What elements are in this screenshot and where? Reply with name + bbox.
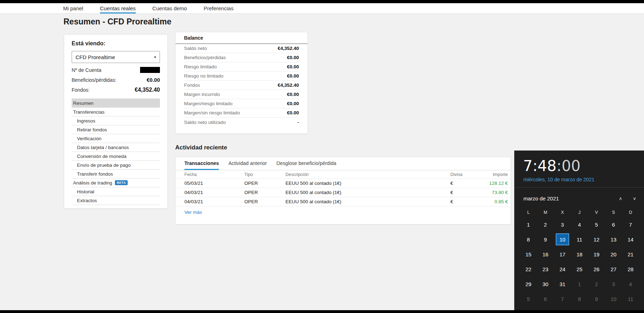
calendar-day-2-next[interactable]: 2 [588,277,605,291]
calendar-day-16[interactable]: 16 [537,247,554,262]
activity-tabs: TransaccionesActividad anteriorDesglose … [176,157,511,170]
cell-importe: 0.85 € [486,199,508,204]
day-number: 8 [522,233,535,245]
dow-l: L [520,210,537,215]
calendar-day-31[interactable]: 31 [554,277,571,291]
day-number: 8 [573,293,586,305]
calendar-day-7[interactable]: 7 [622,217,639,232]
calendar-day-10[interactable]: 10 [554,232,571,247]
chevron-down-icon[interactable]: ∨ [633,196,636,201]
calendar-day-14[interactable]: 14 [622,232,639,247]
calendar-day-5-next[interactable]: 5 [520,291,537,306]
calendar-day-6[interactable]: 6 [605,217,622,232]
calendar-day-8-next[interactable]: 8 [571,291,588,306]
calendar-day-23[interactable]: 23 [537,262,554,277]
table-row[interactable]: 04/03/21OPEREEUU 500 al contado (1€)€0.8… [176,197,511,206]
calendar-day-18[interactable]: 18 [571,247,588,262]
account-panel: Está viendo: CFD Prorealtime ▾ Nº de Cue… [64,34,168,209]
calendar-day-28[interactable]: 28 [622,262,639,277]
day-number: 24 [556,263,569,275]
cell-tipo: OPER [244,199,285,204]
calendar-day-17[interactable]: 17 [554,247,571,262]
calendar-day-9[interactable]: 9 [537,232,554,247]
calendar-day-9-next[interactable]: 9 [588,291,605,306]
calendar-day-20[interactable]: 20 [605,247,622,262]
calendar-day-12[interactable]: 12 [588,232,605,247]
calendar-month-label[interactable]: marzo de 2021 [523,195,608,201]
calendar-day-10-next[interactable]: 10 [605,291,622,306]
cell-divisa: € [450,190,486,195]
sidebar-item-retirar-fondos[interactable]: Retirar fondos [72,125,160,134]
nav-item-preferencias[interactable]: Preferencias [204,3,233,13]
sidebar-item-transferencias[interactable]: Transferencias [72,108,160,116]
sidebar-item-resumen[interactable]: Resumen [72,99,160,108]
balance-panel-title: Balance [176,32,307,44]
calendar-day-15[interactable]: 15 [520,247,537,262]
sidebar-item-transferir-fondos[interactable]: Transferir fondos [72,170,160,178]
chevron-up-icon[interactable]: ∧ [619,196,622,201]
day-number: 10 [607,293,620,305]
balance-label: Saldo neto [184,46,207,51]
balance-label: Beneficios/pérdidas [184,55,226,60]
clock-time: 7:48:00 [523,158,644,174]
balance-value: €4,352.40 [278,46,299,51]
sidebar-item-label: Verificación [77,136,101,141]
day-number: 30 [539,278,552,290]
sidebar-item-datos-tarjeta-bancarios[interactable]: Datos tarjeta / bancarios [72,143,160,152]
day-number: 12 [590,233,603,245]
sidebar-item-extractos[interactable]: Extractos [72,196,160,205]
sidebar-item-analisis-de-trading[interactable]: Análisis de tradingBETA [72,178,160,187]
day-number: 17 [556,248,569,260]
table-row[interactable]: 05/03/21OPEREEUU 500 al contado (1€)€128… [176,179,511,188]
sidebar-item-historial[interactable]: Historial [72,187,160,196]
calendar-day-5[interactable]: 5 [588,217,605,232]
calendar-day-19[interactable]: 19 [588,247,605,262]
cell-divisa: € [450,181,486,186]
calendar-grid: 1234567891011121314151617181920212223242… [520,217,644,306]
sidebar-item-verificacion[interactable]: Verificación [72,134,160,143]
clock-date[interactable]: miércoles, 10 de marzo de 2021 [523,177,644,182]
dow-x: X [554,210,571,215]
calendar-day-4[interactable]: 4 [571,217,588,232]
calendar-day-24[interactable]: 24 [554,262,571,277]
calendar-day-3[interactable]: 3 [554,217,571,232]
calendar-day-3-next[interactable]: 3 [605,277,622,291]
sidebar-item-envio-de-prueba-de-pago[interactable]: Envío de prueba de pago [72,161,160,170]
calendar-day-11[interactable]: 11 [571,232,588,247]
calendar-day-2[interactable]: 2 [537,217,554,232]
account-select[interactable]: CFD Prorealtime ▾ [72,51,160,63]
tab-desglose-beneficio-perdida[interactable]: Desglose beneficio/pérdida [276,157,336,170]
calendar-day-21[interactable]: 21 [622,247,639,262]
calendar-day-11-next[interactable]: 11 [622,291,639,306]
calendar-day-26[interactable]: 26 [588,262,605,277]
activity-panel: TransaccionesActividad anteriorDesglose … [175,157,511,224]
col-header-divisa: Divisa [450,172,486,177]
tab-transacciones[interactable]: Transacciones [184,157,219,170]
ver-mas-link[interactable]: Ver más [184,210,202,215]
nav-item-cuentas-demo[interactable]: Cuentas demo [152,3,187,13]
sidebar-item-label: Retirar fondos [77,127,107,132]
calendar-day-6-next[interactable]: 6 [537,291,554,306]
table-row[interactable]: 04/03/21OPEREEUU 500 al contado (1€)€73.… [176,188,511,197]
calendar-day-1[interactable]: 1 [520,217,537,232]
balance-label: Saldo neto utilizado [184,120,226,125]
nav-item-cuentas-reales[interactable]: Cuentas reales [100,3,136,13]
calendar-day-25[interactable]: 25 [571,262,588,277]
calendar-day-1-next[interactable]: 1 [571,277,588,291]
dow-v: V [588,210,605,215]
balance-row-margen-incurrido: Margen incurrido€0.00 [184,90,299,99]
calendar-day-4-next[interactable]: 4 [622,277,639,291]
sidebar-item-ingresos[interactable]: Ingresos [72,116,160,125]
calendar-day-13[interactable]: 13 [605,232,622,247]
calendar-day-22[interactable]: 22 [520,262,537,277]
calendar-day-30[interactable]: 30 [537,277,554,291]
calendar-day-27[interactable]: 27 [605,262,622,277]
calendar-day-29[interactable]: 29 [520,277,537,291]
tab-actividad-anterior[interactable]: Actividad anterior [228,157,267,170]
calendar-day-7-next[interactable]: 7 [554,291,571,306]
nav-item-mi-panel[interactable]: Mi panel [63,3,83,13]
balance-row-beneficios-perdidas: Beneficios/pérdidas€0.00 [184,53,299,62]
sidebar-item-conversion-de-moneda[interactable]: Conversión de moneda [72,152,160,161]
calendar-day-8[interactable]: 8 [520,232,537,247]
col-header-tipo: Tipo [244,172,285,177]
